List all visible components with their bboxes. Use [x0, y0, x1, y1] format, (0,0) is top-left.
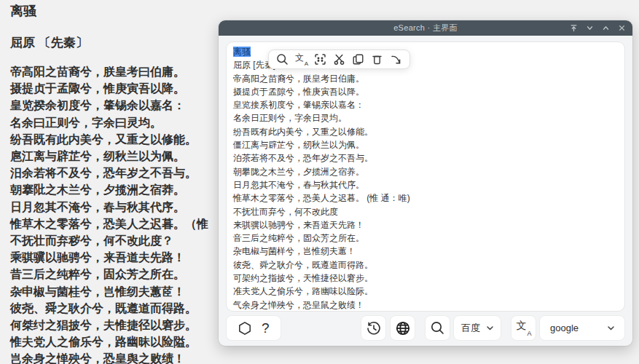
- cut-button[interactable]: [332, 52, 346, 66]
- send-arrow-icon: [390, 53, 402, 66]
- ocr-text-editor[interactable]: 离骚 屈原 [先秦]帝高阳之苗裔兮，朕皇考日伯庸。摄提贞于孟隙兮，惟庚寅吾以降。…: [226, 41, 625, 312]
- ocr-text-line: 不抚壮而弃兮，何不改此度: [233, 205, 618, 218]
- help-button[interactable]: ?: [262, 321, 270, 335]
- cut-icon: [333, 53, 345, 66]
- esearch-window: eSearch · 主界面: [219, 20, 632, 346]
- translate-icon: 文A: [517, 321, 531, 336]
- poem-line: 岂余身之惮殃兮，恐皇舆之败绩！: [10, 350, 639, 364]
- copy-button[interactable]: [351, 52, 365, 66]
- history-icon: [366, 320, 382, 336]
- ocr-text-line: 摄提贞于孟隙兮，惟庚寅吾以降。: [233, 85, 618, 98]
- translate-engine-value: google: [550, 323, 579, 333]
- footer-right-group: 百度 文A google: [361, 315, 625, 341]
- chevron-down-icon: [487, 326, 493, 331]
- shape-button[interactable]: [238, 321, 252, 336]
- window-title: eSearch · 主界面: [393, 23, 458, 33]
- translate-button[interactable]: 文A: [294, 52, 308, 66]
- translate-engine-button[interactable]: 文A: [511, 315, 536, 341]
- ocr-scan-icon: [314, 53, 326, 66]
- maximize-icon[interactable]: [602, 24, 610, 32]
- ocr-text-line: 泊茶若将不及兮，恐年岁之不吾与。: [233, 151, 618, 165]
- minimize-icon[interactable]: [586, 24, 594, 32]
- web-button[interactable]: [390, 315, 415, 341]
- ocr-text-line: 彼尧、舜之耿介兮，既遵道而得路。: [233, 258, 618, 272]
- search-engine-value: 百度: [461, 322, 480, 335]
- ocr-text-line: 杂电椒与菌样兮，岂惟纫夫蕙！: [233, 245, 618, 258]
- ocr-text-line: 朝攀陇之木兰兮，夕揽洲之宿养。: [233, 165, 618, 178]
- search-icon: [276, 53, 289, 66]
- ocr-text-line: 准夫党人之偷乐兮，路幽味以险际。: [233, 285, 618, 298]
- search-icon: [430, 320, 445, 336]
- ocr-text-line: 纷吾既有此内美兮，又重之以修能。: [233, 125, 618, 138]
- trash-icon: [371, 53, 383, 66]
- footer-left-group: ?: [226, 315, 281, 341]
- ocr-text-line: 名余日正则兮，字余日灵均。: [233, 111, 618, 124]
- send-button[interactable]: [389, 52, 403, 66]
- ocr-text-line: 日月忽其不淹兮，春与秋其代序。: [233, 178, 618, 191]
- ocr-text-line: 来骐骥以驰骋兮，来吾道天先路！: [233, 218, 618, 232]
- selection-toolbar: 文A: [268, 50, 410, 69]
- selected-text: 离骚: [233, 47, 251, 57]
- trash-button[interactable]: [370, 52, 384, 66]
- search-engine-select[interactable]: 百度: [453, 315, 501, 341]
- ocr-text-line: 帝高阳之苗裔兮，朕皇考日伯庸。: [233, 72, 618, 85]
- ocr-text-line: 气余身之惮殃兮，恐皇鼠之败绩！: [233, 298, 618, 312]
- translate-icon: 文A: [295, 53, 307, 66]
- ocr-text-line: 皇览接系初度兮，肇锡亲以嘉名：: [233, 98, 618, 111]
- ocr-text-line: 音三后之纯粹兮，固众芳之所在。: [233, 232, 618, 245]
- translate-engine-select[interactable]: google: [539, 315, 625, 341]
- window-controls: [570, 20, 626, 36]
- footer-bar: ?: [226, 315, 625, 341]
- close-icon[interactable]: [618, 24, 626, 32]
- ocr-text-line: 惟草木之零落兮，恐美人之迟暮。 (惟 通：唯): [233, 191, 618, 205]
- window-titlebar[interactable]: eSearch · 主界面: [219, 20, 632, 36]
- ocr-scan-button[interactable]: [313, 52, 327, 66]
- ocr-text-line: 僵江离与辟芷兮，纫秋兰以为佩。: [233, 138, 618, 151]
- ocr-text-lines: 屈原 [先秦]帝高阳之苗裔兮，朕皇考日伯庸。摄提贞于孟隙兮，惟庚寅吾以降。皇览接…: [233, 58, 618, 312]
- search-button[interactable]: [275, 52, 289, 66]
- pin-top-icon[interactable]: [570, 24, 578, 32]
- hexagon-icon: [238, 321, 252, 336]
- poem-title: 离骚: [10, 3, 639, 19]
- window-body: 离骚 屈原 [先秦]帝高阳之苗裔兮，朕皇考日伯庸。摄提贞于孟隙兮，惟庚寅吾以降。…: [219, 36, 632, 346]
- copy-icon: [352, 53, 364, 66]
- globe-icon: [395, 320, 411, 336]
- search-engine-button[interactable]: [425, 315, 450, 341]
- ocr-text-line: 可架约之指披兮，天惟捷径以窘步。: [233, 272, 618, 285]
- chevron-down-icon: [608, 326, 614, 331]
- history-button[interactable]: [361, 315, 386, 341]
